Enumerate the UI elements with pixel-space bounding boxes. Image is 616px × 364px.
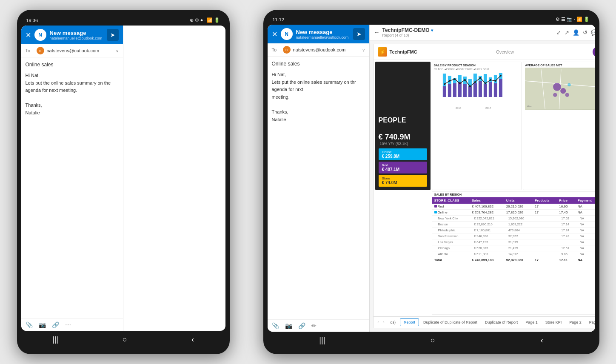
page-tab-dup[interactable]: Duplicate of Report xyxy=(482,319,521,326)
email-recipient-avatar: n xyxy=(37,47,44,54)
pbi-overview-label: Overview xyxy=(496,50,514,54)
image-icon[interactable]: 📷 xyxy=(39,321,46,328)
pbi-col-sales: Sales xyxy=(470,197,504,204)
large-screen: ✕ N New message nataleemanuelle@outlook.… xyxy=(268,25,595,332)
large-email-title: New message xyxy=(296,29,349,35)
page-tab-page2[interactable]: Page 2 xyxy=(566,319,585,326)
large-email-panel: ✕ N New message nataleemanuelle@outlook.… xyxy=(268,25,370,332)
small-status-bar: 19:36 ⊕ ⚙ ● · 📶 🔋 xyxy=(20,17,226,26)
small-screen: ✕ N New message nataleemanuelle@outlook.… xyxy=(21,26,225,331)
large-nav-recents-icon[interactable]: ||| xyxy=(319,336,325,345)
small-status-icons: ⊕ ⚙ ● · 📶 🔋 xyxy=(190,17,220,23)
large-time: 11:12 xyxy=(273,17,285,22)
email-to-label: To xyxy=(26,48,34,53)
small-email-header: ✕ N New message nataleemanuelle@outlook.… xyxy=(21,26,123,44)
pbi-col-units: Units xyxy=(504,197,533,204)
large-user-icon[interactable]: 👤 xyxy=(573,29,579,36)
svg-point-124 xyxy=(489,79,491,81)
svg-point-122 xyxy=(479,77,481,79)
large-nav-bar: ||| ○ ‹ xyxy=(267,332,596,347)
large-email-send-button[interactable]: ➤ xyxy=(353,28,365,40)
page-tab-store-kpi[interactable]: Store KPI xyxy=(542,319,565,326)
large-nav-back-icon[interactable]: ‹ xyxy=(541,336,543,345)
table-row: Online € 259,764,28217,820,5201717.45NA xyxy=(432,209,595,215)
svg-point-135 xyxy=(565,93,569,97)
page-tab-page3[interactable]: Page 3 xyxy=(586,319,595,326)
large-share-icon[interactable]: ↗ xyxy=(565,29,569,36)
large-report-panel: ← TechnipFMC-DEMO ▾ Report (4 of 10) ⤢ ↗… xyxy=(370,25,595,332)
table-row: Red € 407,106,83229,216,5201716.95NA xyxy=(432,204,595,210)
pbi-header: ⚡ TechnipFMC Overview N xyxy=(374,44,595,60)
svg-point-136 xyxy=(553,93,557,97)
large-email-body[interactable]: Online sales Hi Nat, Lets put the online… xyxy=(268,57,369,319)
small-email-panel: ✕ N New message nataleemanuelle@outlook.… xyxy=(21,26,123,331)
table-row: Boston € 25,890,2101,869,22217.14NA xyxy=(432,221,595,227)
nav-recents-icon[interactable]: ||| xyxy=(52,335,58,344)
page-tab-prev[interactable]: ‹ xyxy=(376,320,381,324)
large-status-bar: 11:12 ⚙ ☰ 📷 · 📶 🔋 xyxy=(267,17,596,25)
page-tabs-bar: ‹ › ds) Report Duplicate of Duplicate of… xyxy=(374,316,595,328)
large-comment-icon[interactable]: 💬 xyxy=(591,29,595,36)
svg-rect-103 xyxy=(442,86,446,97)
more-options-icon[interactable]: ⋯ xyxy=(65,321,71,328)
page-tab-report[interactable]: Report xyxy=(400,318,419,326)
nav-home-icon[interactable]: ○ xyxy=(123,335,127,344)
email-title: New message xyxy=(50,30,103,36)
attach-icon[interactable]: 📎 xyxy=(26,321,33,328)
large-email-body-text: Hi Nat, Lets put the online sales summar… xyxy=(272,71,365,123)
email-recipient-address: natstevens@outlook.com xyxy=(47,48,113,53)
page-tab-next[interactable]: › xyxy=(382,320,386,324)
large-report-title: TechnipFMC-DEMO ▾ xyxy=(382,27,433,33)
svg-rect-108 xyxy=(468,86,471,97)
svg-point-123 xyxy=(484,82,486,84)
email-expand-icon[interactable]: ∨ xyxy=(116,48,119,53)
nav-back-icon[interactable]: ‹ xyxy=(191,335,194,344)
large-report-inner: ⚡ TechnipFMC Overview N PEOPLE xyxy=(370,40,595,332)
large-attach-icon[interactable]: 📎 xyxy=(272,322,279,329)
email-body[interactable]: Online sales Hi Nat, Lets put the online… xyxy=(21,57,123,318)
pbi-region-table: SALES BY REGION STORE_CLASS Sales Units … xyxy=(432,191,595,315)
svg-rect-106 xyxy=(458,82,461,97)
pbi-grid: PEOPLE € 740.9M -10% Y/Y (52.1K) Online … xyxy=(374,60,595,316)
svg-rect-104 xyxy=(448,84,451,97)
large-report-header: ← TechnipFMC-DEMO ▾ Report (4 of 10) ⤢ ↗… xyxy=(370,25,595,40)
pbi-col-products: Products xyxy=(533,197,557,204)
pbi-people-card: PEOPLE € 740.9M -10% Y/Y (52.1K) Online … xyxy=(375,62,431,190)
svg-rect-113 xyxy=(493,83,497,97)
large-email-close-button[interactable]: ✕ xyxy=(272,30,277,38)
large-expand-icon[interactable]: ⤢ xyxy=(556,29,561,36)
large-email-to-row: To n natstevens@outlook.com ∨ xyxy=(268,43,369,57)
large-refresh-icon[interactable]: ↺ xyxy=(583,29,587,36)
large-image-icon[interactable]: 📷 xyxy=(285,322,292,329)
large-email-header: ✕ N New message nataleemanuelle@outlook.… xyxy=(268,25,369,43)
svg-point-134 xyxy=(560,88,566,94)
email-footer: 📎 📷 🔗 ⋯ xyxy=(21,318,123,331)
email-close-button[interactable]: ✕ xyxy=(26,31,31,39)
table-total-row: Total € 740,859,18352,829,6201717.11NA xyxy=(432,257,595,263)
large-tablet: 11:12 ⚙ ☰ 📷 · 📶 🔋 ✕ N New message natale… xyxy=(263,10,599,354)
page-tab-ds[interactable]: ds) xyxy=(387,319,399,326)
large-email-subject: Online sales xyxy=(272,61,365,67)
email-to-row: To n natstevens@outlook.com ∨ xyxy=(21,44,123,57)
page-tab-page1[interactable]: Page 1 xyxy=(522,319,541,326)
pbi-logo-icon: ⚡ xyxy=(378,47,387,57)
large-report-back-button[interactable]: ← xyxy=(374,29,380,36)
table-row: Philadelphia € 7,100,861473,86417.24NA xyxy=(432,227,595,233)
svg-rect-114 xyxy=(499,79,502,97)
large-nav-home-icon[interactable]: ○ xyxy=(431,336,435,345)
svg-point-121 xyxy=(474,81,476,83)
svg-point-116 xyxy=(448,80,450,82)
table-row: Atlanta € 511,00314,8729.86NA xyxy=(432,251,595,257)
link-icon[interactable]: 🔗 xyxy=(52,321,59,328)
large-email-expand[interactable]: ∨ xyxy=(362,48,365,52)
svg-point-115 xyxy=(443,83,445,85)
pbi-col-payment: Payment xyxy=(576,197,595,204)
pbi-company-name: TechnipFMC xyxy=(390,49,417,54)
email-send-button[interactable]: ➤ xyxy=(107,29,119,41)
large-edit-icon[interactable]: ✏ xyxy=(311,322,317,329)
svg-point-120 xyxy=(469,85,471,87)
small-tablet: 19:36 ⊕ ⚙ ● · 📶 🔋 ✕ N New message natale… xyxy=(17,10,230,354)
svg-rect-111 xyxy=(483,84,487,97)
large-link-icon[interactable]: 🔗 xyxy=(298,322,305,329)
page-tab-dup-dup[interactable]: Duplicate of Duplicate of Report xyxy=(420,319,481,326)
